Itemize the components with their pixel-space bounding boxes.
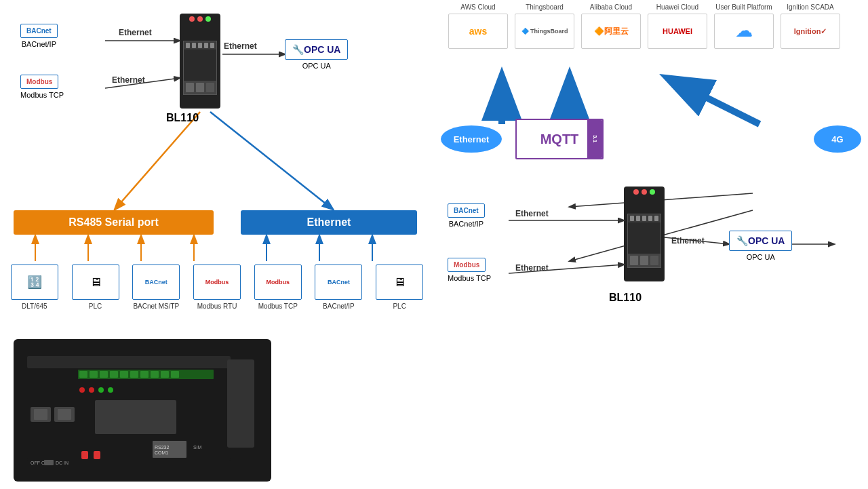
- mqtt-stripe: 3.1: [587, 120, 602, 158]
- svg-point-32: [98, 387, 104, 393]
- bacnet-mstp-icon: BACnet: [132, 265, 180, 300]
- ignition-label: Ignition SCADA: [787, 3, 833, 11]
- svg-text:COM1: COM1: [155, 450, 168, 455]
- eth-label-modbus: Ethernet: [112, 75, 145, 85]
- modbus-box-tl: Modbus Modbus TCP: [20, 75, 64, 99]
- device-photo-svg: OFF ON DC IN RS232 COM1 SIM: [20, 346, 264, 475]
- bl110-label-left: BL110: [166, 112, 199, 124]
- dev-plc-2: 🖥 PLC: [372, 265, 427, 310]
- opcua-label-right: OPC UA: [729, 253, 792, 261]
- svg-text:RS232: RS232: [155, 445, 170, 450]
- plc1-label: PLC: [89, 302, 102, 310]
- bacnet-icon-tl: BACnet: [26, 27, 52, 35]
- bacnet-ip-label-b: BACnet/IP: [323, 302, 355, 310]
- modbus-label-tl: Modbus TCP: [20, 91, 64, 99]
- dlt645-label: DLT/645: [22, 302, 47, 310]
- plc1-icon: 🖥: [72, 265, 119, 300]
- svg-rect-25: [130, 371, 138, 378]
- svg-rect-37: [44, 460, 54, 465]
- mqtt-box: MQTT 3.1: [515, 119, 604, 159]
- ethernet-oval-label: Ethernet: [454, 134, 490, 144]
- plc2-label: PLC: [393, 302, 406, 310]
- eth-arrow-label-modbus-r: Ethernet: [515, 263, 549, 273]
- led-red2-right: [642, 189, 647, 195]
- rs485-bar: RS485 Serial port: [14, 210, 214, 235]
- led-red-left: [189, 16, 195, 22]
- bacnet-ip-box-tl: BACnet BACnet/IP: [20, 24, 58, 48]
- ethernet-bar-left: Ethernet: [241, 210, 417, 235]
- left-panel: Ethernet Ethernet Ethernet: [0, 0, 434, 489]
- modbus-icon-tl: Modbus: [26, 78, 52, 85]
- bottom-devices-row: 🔢 DLT/645 🖥 PLC BACnet BACnet MS/TP Modb…: [7, 265, 427, 310]
- svg-point-33: [108, 387, 113, 393]
- svg-rect-24: [120, 371, 128, 378]
- alibaba-label: Alibaba Cloud: [590, 3, 632, 11]
- thingsboard-logo: 🔷 ThingsBoard: [515, 14, 574, 49]
- svg-line-4: [210, 112, 332, 209]
- modbus-box-right: Modbus Modbus TCP: [448, 258, 491, 282]
- cloud-huawei: Huawei Cloud HUAWEI: [647, 3, 708, 49]
- svg-rect-16: [34, 409, 47, 420]
- platform-label: User Built Platform: [715, 3, 772, 11]
- huawei-label: Huawei Cloud: [656, 3, 698, 11]
- mqtt-label: MQTT: [540, 132, 579, 147]
- ethernet-oval-right: Ethernet: [441, 125, 502, 153]
- dev-bacnet-ip: BACnet BACnet/IP: [311, 265, 367, 310]
- 4g-oval: 4G: [814, 125, 861, 153]
- opcua-logo-left: 🔧OPC UA: [292, 44, 340, 55]
- modbus-rtu-label: Modbus RTU: [197, 302, 237, 310]
- aws-label: AWS Cloud: [460, 3, 495, 11]
- bacnet-ip-icon: BACnet: [315, 265, 362, 300]
- svg-line-3: [115, 112, 200, 209]
- svg-line-1: [105, 78, 180, 88]
- led-red2-left: [197, 16, 203, 22]
- svg-rect-35: [94, 451, 100, 459]
- cloud-alibaba: Alibaba Cloud 🔶阿里云: [580, 3, 642, 49]
- dlt645-icon: 🔢: [11, 265, 58, 300]
- led-green-right: [650, 189, 655, 195]
- svg-rect-26: [140, 371, 149, 378]
- rs485-label: RS485 Serial port: [68, 216, 159, 229]
- bacnet-icon-right: BACnet: [454, 207, 479, 214]
- huawei-logo: HUAWEI: [648, 14, 707, 49]
- modbus-tcp-icon: Modbus: [254, 265, 302, 300]
- alibaba-logo: 🔶阿里云: [581, 14, 641, 49]
- svg-point-31: [89, 387, 94, 393]
- plc2-icon: 🖥: [376, 265, 423, 300]
- cloud-aws: AWS Cloud aws: [448, 3, 509, 49]
- led-red-right: [633, 189, 639, 195]
- svg-point-30: [79, 387, 85, 393]
- dev-modbus-tcp: Modbus Modbus TCP: [250, 265, 306, 310]
- svg-rect-23: [110, 371, 118, 378]
- svg-rect-34: [81, 451, 88, 459]
- right-arrows-svg: [434, 0, 868, 339]
- platform-logo: ☁: [714, 14, 774, 49]
- bacnet-ip-label-tl: BACnet/IP: [20, 40, 58, 48]
- opcua-box-right: 🔧OPC UA OPC UA: [729, 231, 792, 261]
- eth-arrow-label-opcua-r: Ethernet: [671, 236, 705, 246]
- cloud-platform: User Built Platform ☁: [713, 3, 774, 49]
- bacnet-ip-box-right: BACnet BACnet/IP: [448, 203, 485, 228]
- modbus-tcp-label: Modbus TCP: [258, 302, 298, 310]
- cloud-thingsboard: Thingsboard 🔷 ThingsBoard: [514, 3, 575, 49]
- eth-label-bacnet: Ethernet: [119, 28, 152, 37]
- cloud-ignition: Ignition SCADA Ignition✓: [780, 3, 841, 49]
- right-panel: AWS Cloud aws Thingsboard 🔷 ThingsBoard …: [434, 0, 868, 489]
- opcua-label-left: OPC UA: [285, 62, 348, 70]
- svg-line-46: [671, 80, 760, 124]
- svg-rect-22: [100, 371, 108, 378]
- device-photo: OFF ON DC IN RS232 COM1 SIM: [14, 339, 271, 482]
- dev-bacnet-mstp: BACnet BACnet MS/TP: [128, 265, 184, 310]
- svg-rect-28: [161, 371, 169, 378]
- led-top-left: [189, 16, 211, 22]
- eth-arrow-label-bacnet-r: Ethernet: [515, 209, 549, 218]
- led-top-right: [633, 189, 655, 195]
- dev-dlt645: 🔢 DLT/645: [7, 265, 62, 310]
- bl110-device-left: [180, 14, 220, 109]
- modbus-rtu-icon: Modbus: [193, 265, 241, 300]
- opcua-logo-right: 🔧OPC UA: [736, 235, 785, 246]
- svg-rect-20: [79, 371, 87, 378]
- dev-plc-1: 🖥 PLC: [68, 265, 123, 310]
- bacnet-ip-label-right: BACnet/IP: [448, 220, 485, 228]
- svg-rect-27: [151, 371, 159, 378]
